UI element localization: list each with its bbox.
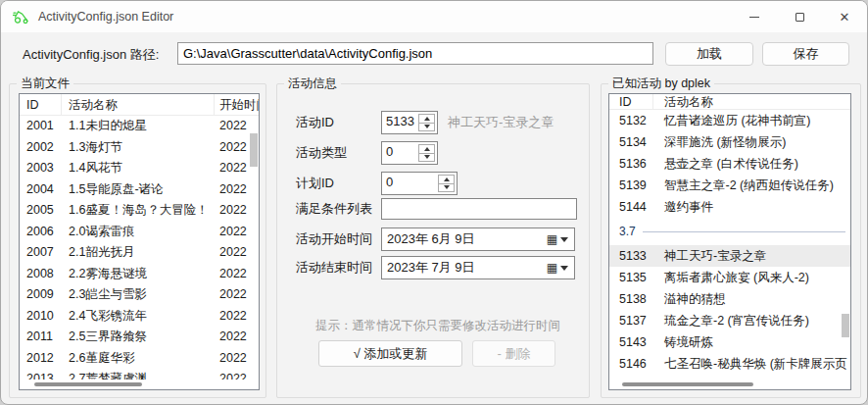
activity-info-panel: 活动信息 活动ID 5133 神工天巧-宝录之章 活动类型 0 — [276, 83, 590, 398]
list-item[interactable]: 5144邀约事件 — [609, 196, 850, 218]
up-arrow-icon — [424, 147, 430, 151]
table-row[interactable]: 20122.6堇庭华彩2022 — [20, 348, 259, 370]
current-file-horizontal-scrollbar[interactable] — [20, 380, 249, 389]
cell-name: 忆昔诸途巡历 (花神书前宣) — [653, 110, 850, 131]
activity-type-value: 0 — [382, 142, 416, 164]
current-file-vertical-scrollbar[interactable] — [249, 116, 259, 380]
scrollbar-thumb[interactable] — [34, 382, 142, 386]
cell-id: 2005 — [20, 200, 62, 222]
scrollbar-thumb[interactable] — [250, 133, 258, 167]
table-row[interactable]: 20102.4飞彩镌流年2022 — [20, 306, 259, 328]
spin-up-button[interactable] — [419, 145, 434, 153]
table-row[interactable]: 20072.1韶光抚月2022 — [20, 242, 259, 264]
end-time-datepicker[interactable]: 2023年 7月 9日 ▦ — [381, 256, 575, 279]
table-row[interactable]: 20062.0谒索雷痕2022 — [20, 222, 259, 243]
calendar-icon: ▦ — [547, 233, 557, 245]
known-activities-rows: 5132忆昔诸途巡历 (花神书前宣)5134深罪施洗 (新怪物展示)5136悬壶… — [609, 110, 850, 375]
known-activities-header[interactable]: ID 活动名称 — [609, 94, 850, 110]
condition-list-input[interactable] — [381, 198, 577, 220]
activity-id-spinner[interactable]: 5133 — [381, 111, 438, 134]
cell-name: 邀约事件 — [653, 196, 850, 218]
column-header-id[interactable]: ID — [609, 94, 653, 109]
spin-down-button[interactable] — [439, 183, 454, 192]
up-arrow-icon — [424, 117, 430, 121]
add-or-update-button[interactable]: √ 添加或更新 — [318, 340, 462, 367]
spin-up-button[interactable] — [439, 176, 454, 183]
cell-name: 溢神的猜想 — [653, 288, 850, 310]
cell-name: 深罪施洗 (新怪物展示) — [653, 131, 850, 153]
current-file-panel-title: 当前文件 — [17, 76, 73, 92]
dropdown-arrow-icon — [560, 266, 568, 271]
cell-id: 5134 — [609, 131, 653, 153]
table-row[interactable]: 20031.4风花节2022 — [20, 158, 259, 179]
scrollbar-thumb[interactable] — [622, 382, 753, 386]
table-row[interactable]: 20011.1未归的熄星2022 — [20, 116, 259, 137]
app-window: ActivityConfig.json Editor ✕ ActivityCon… — [0, 0, 868, 405]
cell-name: 琉金之章-2 (宵宫传说任务) — [653, 310, 850, 331]
table-row[interactable]: 20021.3海灯节2022 — [20, 137, 259, 159]
spin-up-button[interactable] — [419, 115, 434, 123]
table-row[interactable]: 20041.5导能原盘-诸论2022 — [20, 179, 259, 201]
known-activities-panel-title: 已知活动 by dplek — [608, 76, 714, 92]
cell-name: 2.1韶光抚月 — [62, 242, 215, 264]
activity-id-label: 活动ID — [296, 114, 381, 131]
cell-id: 2012 — [20, 348, 62, 370]
list-item[interactable]: 5137琉金之章-2 (宵宫传说任务) — [609, 310, 850, 331]
up-arrow-icon — [444, 177, 450, 181]
activity-type-spinner[interactable]: 0 — [381, 141, 438, 165]
column-header-id[interactable]: ID — [20, 94, 62, 115]
list-item[interactable]: 5143铸境研炼 — [609, 331, 850, 353]
table-row[interactable]: 20051.6盛夏！海岛？大冒险！2022 — [20, 200, 259, 222]
down-arrow-icon — [424, 155, 430, 159]
spin-down-button[interactable] — [419, 153, 434, 162]
cell-id: 5139 — [609, 175, 653, 196]
save-button[interactable]: 保存 — [762, 42, 849, 66]
list-item[interactable]: 5146七圣召唤-秘典华焕 (新卡牌展示页 — [609, 353, 850, 375]
cell-id: 2009 — [20, 284, 62, 306]
schedule-id-spinner[interactable]: 0 — [381, 172, 458, 195]
list-item[interactable]: 5138溢神的猜想 — [609, 288, 850, 310]
cell-name: 离垢者肃心旅宴 (风来人-2) — [653, 267, 850, 288]
app-icon — [13, 9, 30, 25]
known-activities-vertical-scrollbar[interactable] — [841, 110, 850, 380]
table-row[interactable]: 20092.3皑尘与雪影2022 — [20, 284, 259, 306]
spinner-buttons — [418, 144, 435, 162]
list-item[interactable]: 5136悬壶之章 (白术传说任务) — [609, 153, 850, 175]
list-item[interactable]: 5139智慧主之章-2 (纳西妲传说任务) — [609, 175, 850, 196]
path-input[interactable] — [177, 42, 653, 65]
spin-down-button[interactable] — [419, 123, 434, 131]
calendar-icon: ▦ — [547, 262, 557, 274]
cell-name: 1.3海灯节 — [62, 137, 215, 159]
column-header-name[interactable]: 活动名称 — [653, 94, 850, 109]
column-header-name[interactable]: 活动名称 — [62, 94, 215, 115]
cell-id: 2002 — [20, 137, 62, 159]
close-button[interactable]: ✕ — [822, 1, 867, 32]
cell-name: 神工天巧-宝录之章 — [653, 245, 850, 267]
end-time-value: 2023年 7月 9日 — [382, 259, 547, 277]
window-title: ActivityConfig.json Editor — [38, 10, 173, 24]
current-file-header[interactable]: ID 活动名称 开始时间 — [20, 94, 259, 116]
start-time-datepicker[interactable]: 2023年 6月 9日 ▦ — [381, 228, 575, 251]
list-item[interactable]: 5134深罪施洗 (新怪物展示) — [609, 131, 850, 153]
load-button[interactable]: 加载 — [665, 42, 753, 66]
table-row[interactable]: 20082.2雾海悬谜境2022 — [20, 264, 259, 285]
cell-id: 5132 — [609, 110, 653, 131]
table-row[interactable]: 20112.5三界路飨祭2022 — [20, 327, 259, 348]
condition-list-label: 满足条件列表 — [296, 200, 381, 218]
list-item[interactable]: 5135离垢者肃心旅宴 (风来人-2) — [609, 267, 850, 288]
scrollbar-thumb[interactable] — [842, 314, 849, 337]
cell-id: 2006 — [20, 222, 62, 243]
column-header-start[interactable]: 开始时间 — [215, 94, 259, 115]
list-item[interactable]: 5133神工天巧-宝录之章 — [609, 245, 850, 267]
spinner-buttons — [418, 114, 435, 131]
minimize-button[interactable] — [732, 1, 777, 32]
cell-id: 5135 — [609, 267, 653, 288]
list-item[interactable]: 5132忆昔诸途巡历 (花神书前宣) — [609, 110, 850, 131]
titlebar[interactable]: ActivityConfig.json Editor ✕ — [1, 1, 867, 32]
cell-id: 2003 — [20, 158, 62, 179]
cell-name: 七圣召唤-秘典华焕 (新卡牌展示页 — [653, 353, 850, 375]
maximize-button[interactable] — [777, 1, 822, 32]
delete-button: - 删除 — [472, 340, 555, 367]
known-activities-horizontal-scrollbar[interactable] — [609, 380, 841, 389]
cell-id: 5146 — [609, 353, 653, 375]
